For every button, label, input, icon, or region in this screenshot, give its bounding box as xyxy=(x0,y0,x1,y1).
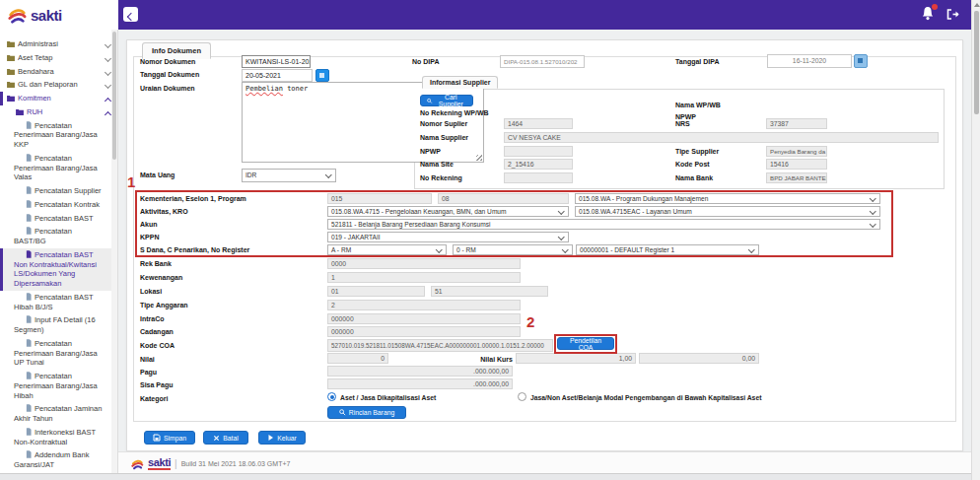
sidebar-item-pencatatan-supplier[interactable]: Pencatatan Supplier xyxy=(0,184,117,198)
nilai-kurs-field-2: 0,00 xyxy=(639,353,759,364)
tanggal-dipa-calendar-button[interactable] xyxy=(854,54,868,68)
footer-divider: | xyxy=(175,458,177,469)
akun-label: Akun xyxy=(140,221,158,228)
aktivitas-kro-label: Aktivitas, KRO xyxy=(140,208,188,215)
textarea-resize-grip[interactable] xyxy=(476,155,482,161)
tanggal-dokumen-input[interactable]: 20-05-2021 xyxy=(242,69,313,82)
search-icon xyxy=(339,409,346,416)
sidebar-item-pencatatan-penerimaan-barang-jasa-kkp[interactable]: Pencatatan Penerimaan Barang/Jasa KKP xyxy=(0,119,117,152)
sidebar-scrollbar-thumb[interactable] xyxy=(112,32,116,160)
sidebar-item-input-fa-detail-16-segmen[interactable]: Input FA Detail (16 Segmen) xyxy=(0,313,117,337)
nama-supplier-label: Nama Supplier xyxy=(420,134,468,141)
cari-supplier-button[interactable]: Cari Supplier xyxy=(420,95,473,106)
notifications-bell-icon[interactable] xyxy=(921,6,937,23)
rincian-barang-button[interactable]: Rincian Barang xyxy=(327,406,406,419)
sidebar-item-pencatatan-bast-hibah-b-j-s[interactable]: Pencatatan BAST Hibah B/J/S xyxy=(0,291,117,314)
intraco-field: 000000 xyxy=(327,313,521,324)
document-icon xyxy=(26,214,32,222)
sidebar-item-administrasi[interactable]: Administrasi xyxy=(0,37,117,51)
tanggal-dipa-field[interactable]: 16-11-2020 xyxy=(767,54,852,68)
sidebar-item-aset-tetap[interactable]: Aset Tetap xyxy=(0,51,117,65)
sidebar-item-pencatatan-bast[interactable]: Pencatatan BAST xyxy=(0,212,117,226)
app-window: sakti AdministrasiAset TetapBendaharaGL … xyxy=(0,0,980,480)
no-register-select[interactable]: 00000001 - DEFAULT Register 1 xyxy=(576,244,759,255)
cadangan-field: 000000 xyxy=(327,326,521,337)
document-icon xyxy=(26,121,32,129)
sidebar-item-label: RUH xyxy=(27,107,42,116)
sidebar-item-ruh[interactable]: RUH xyxy=(0,105,117,119)
sidebar-collapse-button[interactable] xyxy=(123,7,138,22)
sidebar-item-pencatatan-bast-bg[interactable]: Pencatatan BAST/BG xyxy=(0,225,117,248)
uraian-word-misspelled: Pembelian xyxy=(245,85,283,93)
tanggal-dokumen-calendar-button[interactable] xyxy=(315,69,329,82)
window-scrollbar[interactable] xyxy=(971,0,980,480)
annotation-2: 2 xyxy=(526,313,534,330)
sidebar-item-bendahara[interactable]: Bendahara xyxy=(0,65,117,79)
sidebar-item-pencatatan-kontrak[interactable]: Pencatatan Kontrak xyxy=(0,198,117,212)
kode-coa-field: 527010.019.521811.01508WA.4715EAC.A00000… xyxy=(327,339,553,352)
sidebar-item-label: Pencatatan Kontrak xyxy=(35,200,100,209)
sidebar-item-addendum-bank-garansi-jat[interactable]: Addendum Bank Garansi/JAT xyxy=(0,448,117,472)
search-icon xyxy=(427,98,433,104)
sidebar-item-pencatatan-penerimaan-barang-jasa-hibah[interactable]: Pencatatan Penerimaan Barang/Jasa Hibah xyxy=(0,370,117,402)
pagu-field: .000.000,00 xyxy=(327,366,513,377)
sumber-dana-select[interactable]: A - RM xyxy=(327,244,447,255)
tab-informasi-supplier[interactable]: Informasi Supplier xyxy=(422,76,498,89)
sidebar-item-pencatatan-jaminan-akhir-tahun[interactable]: Pencatatan Jaminan Akhir Tahun xyxy=(0,402,117,426)
nomor-dokumen-label: Nomor Dokumen xyxy=(140,58,195,65)
aktivitas-select[interactable]: 015.08.WA.4715 - Pengelolaan Keuangan, B… xyxy=(327,206,569,217)
kppn-select[interactable]: 019 - JAKARTAII xyxy=(327,232,569,242)
sidebar-item-komitmen[interactable]: Komitmen xyxy=(0,92,117,105)
chevron-up-icon xyxy=(105,111,111,118)
app-logo: sakti xyxy=(0,0,118,30)
program-select[interactable]: 015.08.WA - Program Dukungan Manajemen xyxy=(575,193,880,204)
sidebar-item-gl-dan-pelaporan[interactable]: GL dan Pelaporan xyxy=(0,78,117,92)
document-icon xyxy=(26,428,32,436)
chevron-up-icon xyxy=(105,98,111,104)
save-icon xyxy=(153,434,161,442)
sidebar-item-pencatatan-penerimaan-barang-jasa-up-tunai[interactable]: Pencatatan Penerimaan Barang/Jasa UP Tun… xyxy=(0,337,117,370)
window-scrollbar-thumb[interactable] xyxy=(974,11,979,114)
eselon-field: 08 xyxy=(438,193,569,204)
nama-bank-label: Nama Bank xyxy=(675,174,713,181)
document-icon xyxy=(26,293,32,301)
akun-select[interactable]: 521811 - Belanja Barang Persediaan Baran… xyxy=(327,219,880,230)
kro-select[interactable]: 015.08.WA.4715EAC - Layanan Umum xyxy=(575,206,880,217)
document-icon xyxy=(26,315,32,323)
sidebar-item-pencatatan-bast-non-kontraktual-kwitansi-ls-dokumen-yang-dipersamakan[interactable]: Pencatatan BAST Non Kontraktual/Kwitansi… xyxy=(0,248,117,291)
scroll-up-arrow-icon[interactable] xyxy=(974,3,980,7)
sidebar-item-pencatatan-penerimaan-barang-jasa-valas[interactable]: Pencatatan Penerimaan Barang/Jasa Valas xyxy=(0,152,117,184)
folder-icon xyxy=(7,81,15,88)
mata-uang-select[interactable]: IDR xyxy=(242,169,336,182)
sidebar-item-interkoneksi-bast-non-kontraktual[interactable]: Interkoneksi BAST Non-Kontraktual xyxy=(0,426,117,449)
folder-icon xyxy=(7,95,15,102)
nrs-label: NRS xyxy=(675,120,690,127)
nomor-dokumen-input[interactable]: KWITANSI-LS-01-2021 xyxy=(242,55,311,68)
tipe-anggaran-label: Tipe Anggaran xyxy=(140,302,188,309)
kewenangan-label: Kewenangan xyxy=(140,274,182,281)
nomor-suplier-field: 1464 xyxy=(504,118,573,129)
sidebar-item-label: Administrasi xyxy=(18,39,58,48)
document-icon xyxy=(26,200,32,208)
keluar-button[interactable]: Keluar xyxy=(258,431,306,445)
nilai-label: Nilai xyxy=(140,356,155,363)
no-dipa-field: DIPA-015.08.1.527010/202 xyxy=(500,55,585,68)
kategori-radio-jasa[interactable] xyxy=(518,392,526,401)
document-icon xyxy=(26,450,32,458)
lokasi-label: Lokasi xyxy=(140,288,162,295)
pendetilan-coa-button[interactable]: Pendetilan COA xyxy=(557,337,614,350)
sidebar-scrollbar[interactable] xyxy=(111,30,117,473)
batal-button[interactable]: Batal xyxy=(203,431,248,445)
chevron-down-icon xyxy=(105,82,111,89)
kategori-radio-aset[interactable] xyxy=(327,392,336,401)
uraian-dokumen-label: Uraian Dokumen xyxy=(140,85,195,92)
logout-icon[interactable] xyxy=(945,7,960,22)
cara-penarikan-select[interactable]: 0 - RM xyxy=(453,244,573,255)
tanggal-dokumen-label: Tanggal Dokumen xyxy=(140,71,199,78)
npwp-left-label: NPWP xyxy=(420,148,441,155)
simpan-button[interactable]: Simpan xyxy=(144,431,195,445)
no-rekening-field xyxy=(504,172,573,183)
app-logo-text: sakti xyxy=(31,7,62,24)
annotation-1: 1 xyxy=(127,173,135,190)
tab-info-dokumen[interactable]: Info Dokumen xyxy=(142,42,211,59)
